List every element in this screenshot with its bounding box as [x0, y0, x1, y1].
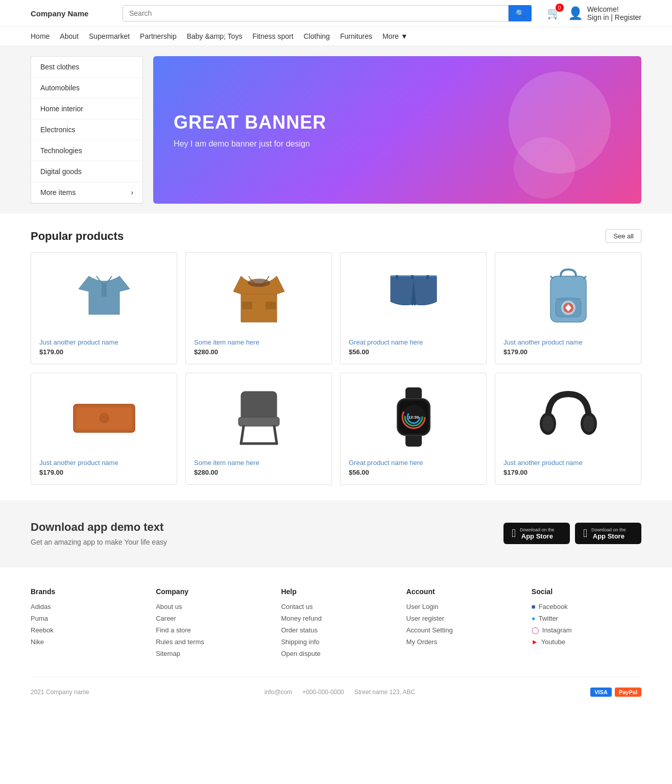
footer-shipping-info[interactable]: Shipping info [281, 638, 391, 646]
footer-order-status[interactable]: Order status [281, 626, 391, 634]
cart-button[interactable]: 🛒 0 [547, 7, 561, 20]
footer-bottom: 2021 Company name info@com +000-000-0000… [31, 677, 641, 697]
footer-copyright: 2021 Company name [31, 689, 89, 696]
banner-decoration-circle2 [514, 137, 575, 199]
product-image-6 [194, 381, 323, 453]
footer-account-setting[interactable]: Account Setting [406, 626, 516, 634]
product-price-5: $179.00 [39, 469, 169, 476]
see-all-button[interactable]: See all [606, 229, 641, 243]
footer-instagram[interactable]: ◯ Instagram [532, 626, 641, 634]
welcome-area: Welcome! Sign in | Register [587, 5, 641, 21]
footer-sitemap[interactable]: Sitemap [156, 650, 266, 657]
product-card-2[interactable]: Some item name here $280.00 [185, 252, 332, 364]
product-card-8[interactable]: Just another product name $179.00 [495, 373, 641, 485]
smartwatch-icon: 12:30 [388, 386, 439, 448]
svg-rect-6 [426, 275, 429, 279]
appstore-button-1[interactable]:  Download on the App Store [503, 523, 570, 544]
product-price-3: $56.00 [349, 348, 478, 356]
facebook-icon: ■ [532, 603, 536, 610]
nav-clothing[interactable]: Clothing [304, 32, 330, 40]
cart-badge: 0 [556, 4, 564, 12]
footer-brands-title: Brands [31, 587, 140, 596]
appstore-text-2: Download on the App Store [591, 527, 626, 540]
product-card-5[interactable]: Just another product name $179.00 [31, 373, 177, 485]
nav-furnitures[interactable]: Furnitures [340, 32, 372, 40]
footer-brand-nike[interactable]: Nike [31, 638, 140, 646]
search-button[interactable]: 🔍 [509, 5, 532, 21]
category-technologies[interactable]: Technologies [31, 140, 142, 161]
svg-line-19 [274, 426, 277, 444]
user-area: 👤 Welcome! Sign in | Register [568, 5, 641, 21]
nav-baby-toys[interactable]: Baby &amp; Toys [187, 32, 243, 40]
footer-user-register[interactable]: User register [406, 615, 516, 622]
appstore-text-1: Download on the App Store [520, 527, 555, 540]
nav-fitness[interactable]: Fitness sport [252, 32, 293, 40]
product-name-6: Some item name here [194, 459, 323, 467]
footer-rules[interactable]: Rules and terms [156, 638, 266, 646]
footer-social-title: Social [532, 587, 641, 596]
footer-facebook[interactable]: ■ Facebook [532, 603, 641, 610]
product-name-5: Just another product name [39, 459, 169, 467]
appstore-button-2[interactable]:  Download on the App Store [575, 523, 641, 544]
section-title: Popular products [31, 230, 124, 243]
headphones-icon [538, 389, 599, 445]
svg-text:12:30: 12:30 [408, 415, 419, 420]
instagram-icon: ◯ [532, 626, 539, 634]
category-best-clothes[interactable]: Best clothes [31, 57, 142, 78]
product-card-1[interactable]: Just another product name $179.00 [31, 252, 177, 364]
product-card-7[interactable]: 12:30 Great product name here $56.00 [340, 373, 487, 485]
footer-help: Help Contact us Money refund Order statu… [281, 587, 391, 662]
footer-brand-adidas[interactable]: Adidas [31, 603, 140, 610]
category-more-items[interactable]: More items › [31, 182, 142, 203]
payment-badges: VISA PayPal [590, 688, 641, 697]
footer-account-title: Account [406, 587, 516, 596]
nav-more[interactable]: More ▼ [382, 32, 408, 40]
nav-partnership[interactable]: Partnership [140, 32, 177, 40]
signin-link[interactable]: Sign in | Register [587, 13, 641, 21]
footer-about-us[interactable]: About us [156, 603, 266, 610]
apple-icon:  [512, 527, 516, 540]
category-digital-goods[interactable]: Digital goods [31, 161, 142, 182]
svg-rect-17 [238, 417, 279, 426]
footer-address: Street name 123, ABC [354, 689, 415, 696]
nav-supermarket[interactable]: Supermarket [89, 32, 130, 40]
product-image-2 [194, 261, 323, 332]
footer-company: Company About us Career Find a store Rul… [156, 587, 266, 662]
footer-brand-reebok[interactable]: Reebok [31, 626, 140, 634]
product-card-4[interactable]: Just another product name $179.00 [495, 252, 641, 364]
product-card-3[interactable]: Great product name here $56.00 [340, 252, 487, 364]
nav-about[interactable]: About [60, 32, 79, 40]
product-name-4: Just another product name [503, 338, 633, 346]
header-right: 🛒 0 👤 Welcome! Sign in | Register [547, 5, 641, 21]
footer-career[interactable]: Career [156, 615, 266, 622]
footer-my-orders[interactable]: My Orders [406, 638, 516, 646]
svg-point-15 [99, 413, 109, 423]
polo-shirt-icon [74, 266, 135, 327]
footer-brand-puma[interactable]: Puma [31, 615, 140, 622]
product-image-4 [503, 261, 633, 332]
svg-line-12 [584, 276, 586, 279]
search-box: 🔍 [123, 5, 532, 21]
category-electronics[interactable]: Electronics [31, 119, 142, 140]
category-sidebar: Best clothes Automobiles Home interior E… [31, 56, 143, 204]
product-price-4: $179.00 [503, 348, 633, 356]
footer-money-refund[interactable]: Money refund [281, 615, 391, 622]
category-home-interior[interactable]: Home interior [31, 99, 142, 119]
footer-find-store[interactable]: Find a store [156, 626, 266, 634]
svg-line-18 [241, 426, 244, 444]
footer-user-login[interactable]: User Login [406, 603, 516, 610]
product-card-6[interactable]: Some item name here $280.00 [185, 373, 332, 485]
svg-rect-16 [241, 391, 277, 420]
navigation: Home About Supermarket Partnership Baby … [0, 27, 672, 46]
visa-badge: VISA [590, 688, 612, 697]
footer-contact-us[interactable]: Contact us [281, 603, 391, 610]
footer-brands: Brands Adidas Puma Reebok Nike [31, 587, 140, 662]
footer-youtube[interactable]: ► Youtube [532, 638, 641, 646]
footer-twitter[interactable]: ● Twitter [532, 615, 641, 622]
footer-open-dispute[interactable]: Open dispute [281, 650, 391, 657]
product-name-3: Great product name here [349, 338, 478, 346]
search-input[interactable] [123, 5, 509, 21]
product-image-5 [39, 381, 169, 453]
nav-home[interactable]: Home [31, 32, 50, 40]
category-automobiles[interactable]: Automobiles [31, 78, 142, 99]
